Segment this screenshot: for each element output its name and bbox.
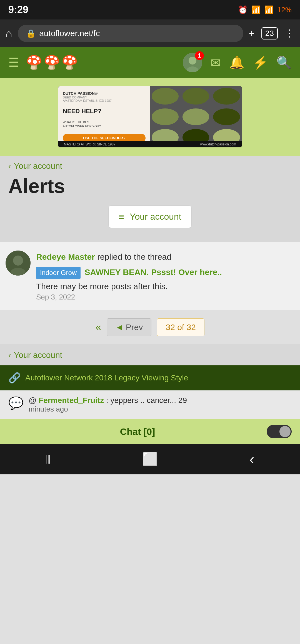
your-account-button-label: Your account <box>130 212 181 222</box>
ad-image-grid <box>150 86 242 147</box>
alert-text: Redeye Master replied to the thread <box>36 251 294 263</box>
prev-label: Prev <box>126 323 143 332</box>
menu-lines-icon: ≡ <box>119 211 124 222</box>
logo-icon-3: 🍄 <box>61 55 78 70</box>
first-page-button[interactable]: « <box>96 321 101 333</box>
battery-indicator: 12% <box>277 6 292 14</box>
lock-icon: 🔒 <box>26 29 36 38</box>
nav-right: 1 ✉ 🔔 ⚡ 🔍 <box>183 53 292 72</box>
browser-bar: ⌂ 🔒 autoflower.net/fc + 23 ⋮ <box>0 19 300 47</box>
page-count: 32 of 32 <box>157 318 204 336</box>
chat-notif-text: @ Fermented_Fruitz : yeppers .. cancer..… <box>29 396 187 405</box>
bottom-breadcrumb-chevron-icon: ‹ <box>8 350 11 360</box>
alert-date: Sep 3, 2022 <box>36 293 294 301</box>
footer-link-icon: 🔗 <box>8 372 21 384</box>
alert-thread-line: Indoor Grow SAWNEY BEAN. Pssst! Over her… <box>36 266 294 279</box>
pagination-bar: « ◄ Prev 32 of 32 <box>0 310 300 345</box>
chat-bar: Chat [0] <box>0 419 300 444</box>
chat-bubble-icon: 💬 <box>8 396 24 410</box>
svg-point-1 <box>189 57 196 65</box>
chat-toggle-knob <box>279 426 291 437</box>
ad-headline: NEED HELP? <box>63 108 146 115</box>
chat-notif-content: @ Fermented_Fruitz : yeppers .. cancer..… <box>29 396 187 413</box>
at-symbol: @ <box>29 396 39 405</box>
ad-left-section: DUTCH PASSION® SEED COMPANYAMSTERDAM EST… <box>58 86 150 147</box>
alert-item[interactable]: Redeye Master replied to the thread Indo… <box>0 242 300 310</box>
chat-notif-count: 29 <box>178 396 187 405</box>
breadcrumb[interactable]: ‹ Your account <box>8 161 292 171</box>
chat-toggle[interactable] <box>267 425 292 438</box>
mail-icon[interactable]: ✉ <box>211 56 221 70</box>
add-tab-button[interactable]: + <box>249 28 255 39</box>
search-icon[interactable]: 🔍 <box>276 55 292 70</box>
breadcrumb-label: Your account <box>14 161 62 171</box>
ad-subtext: WHAT IS THE BESTAUTOFLOWER FOR YOU? <box>63 120 146 129</box>
alert-user-avatar <box>6 251 31 276</box>
ad-brand: DUTCH PASSION® <box>63 91 146 96</box>
alert-body: Redeye Master replied to the thread Indo… <box>36 251 294 301</box>
user-avatar-container[interactable]: 1 <box>183 53 202 72</box>
url-text: autoflower.net/fc <box>39 29 100 38</box>
home-icon[interactable]: ⌂ <box>6 27 12 40</box>
site-nav: ☰ 🍄 🍄 🍄 1 ✉ 🔔 ⚡ 🔍 <box>0 47 300 78</box>
site-logo[interactable]: 🍄 🍄 🍄 <box>26 55 78 70</box>
wifi-icon: 📶 <box>251 5 261 14</box>
chat-notif-user: Fermented_Fruitz <box>39 396 104 405</box>
logo-icon-2: 🍄 <box>44 55 60 70</box>
page-content: ‹ Your account Alerts ≡ Your account <box>0 156 300 242</box>
prev-arrow-icon: ◄ <box>115 323 124 332</box>
svg-point-4 <box>13 256 23 266</box>
signal-icon: 📶 <box>264 5 274 14</box>
alert-section: Redeye Master replied to the thread Indo… <box>0 242 300 310</box>
flash-icon[interactable]: ⚡ <box>253 55 268 70</box>
bell-icon[interactable]: 🔔 <box>229 55 244 70</box>
chat-notification[interactable]: 💬 @ Fermented_Fruitz : yeppers .. cancer… <box>0 390 300 419</box>
browser-actions: + 23 ⋮ <box>249 27 294 39</box>
alert-category-tag[interactable]: Indoor Grow <box>36 267 81 279</box>
notification-badge: 1 <box>195 51 204 60</box>
chat-notif-message: : yeppers .. cancer... <box>106 396 176 405</box>
bottom-breadcrumb-label: Your account <box>14 350 62 360</box>
breadcrumb-chevron-icon: ‹ <box>8 161 11 171</box>
alert-action: replied to the thread <box>97 252 171 261</box>
browser-menu-button[interactable]: ⋮ <box>284 28 294 39</box>
hamburger-menu-icon[interactable]: ☰ <box>8 56 19 69</box>
recent-apps-button[interactable]: ⦀ <box>46 452 51 467</box>
ad-banner[interactable]: DUTCH PASSION® SEED COMPANYAMSTERDAM EST… <box>58 86 242 147</box>
chat-notif-time: minutes ago <box>29 405 187 413</box>
alert-detail: There may be more posts after this. <box>36 282 294 291</box>
url-bar[interactable]: 🔒 autoflower.net/fc <box>18 25 243 42</box>
chat-label: Chat [0] <box>8 426 267 437</box>
alarm-icon: ⏰ <box>238 5 248 14</box>
ad-brand-sub: SEED COMPANYAMSTERDAM ESTABLISHED 1987 <box>63 96 146 102</box>
status-bar: 9:29 ⏰ 📶 📶 12% <box>0 0 300 19</box>
status-icons: ⏰ 📶 📶 12% <box>238 5 292 14</box>
your-account-button[interactable]: ≡ Your account <box>108 205 191 228</box>
logo-icon: 🍄 <box>26 55 42 70</box>
ad-banner-area: DUTCH PASSION® SEED COMPANYAMSTERDAM EST… <box>0 78 300 156</box>
status-time: 9:29 <box>8 4 28 16</box>
bottom-nav: ⦀ ⬜ ‹ <box>0 444 300 474</box>
alert-thread-link[interactable]: SAWNEY BEAN. Pssst! Over here.. <box>84 267 222 277</box>
alert-user-link[interactable]: Redeye Master <box>36 252 95 261</box>
tab-count[interactable]: 23 <box>261 27 278 39</box>
home-button[interactable]: ⬜ <box>142 452 158 467</box>
bottom-breadcrumb[interactable]: ‹ Your account <box>0 345 300 365</box>
prev-page-button[interactable]: ◄ Prev <box>107 318 151 336</box>
ad-footer: MASTERS AT WORK SINCE 1987 www.dutch-pas… <box>58 141 242 147</box>
footer-link-text[interactable]: Autoflower Network 2018 Legacy Viewing S… <box>25 373 188 382</box>
back-button[interactable]: ‹ <box>249 450 254 468</box>
site-footer: 🔗 Autoflower Network 2018 Legacy Viewing… <box>0 365 300 390</box>
page-title: Alerts <box>8 175 292 197</box>
